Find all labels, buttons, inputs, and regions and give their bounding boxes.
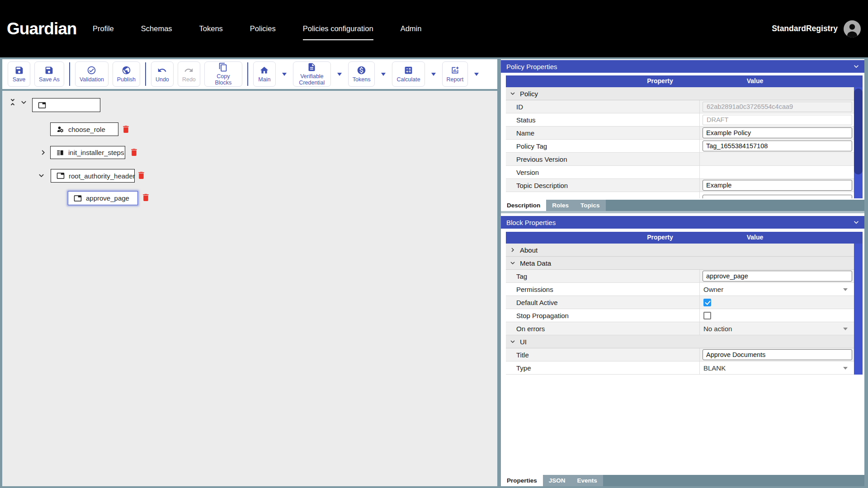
nav-item-profile[interactable]: Profile	[93, 24, 114, 33]
delete-block-button[interactable]	[129, 147, 139, 158]
nav-menu: Profile Schemas Tokens Policies Policies…	[93, 0, 421, 57]
calculate-button[interactable]: Calculate	[392, 61, 425, 87]
policy-table-scrollbar[interactable]	[854, 87, 863, 198]
on-errors-select[interactable]: No action	[703, 325, 732, 333]
collapse-all-icon[interactable]	[8, 97, 18, 109]
container-icon	[74, 194, 82, 202]
toolbar-divider	[145, 62, 146, 86]
publish-button[interactable]: Publish	[113, 61, 140, 87]
tab-events[interactable]: Events	[571, 475, 603, 486]
nav-item-schemas[interactable]: Schemas	[141, 24, 172, 33]
home-icon	[259, 66, 269, 75]
expand-chevron-down-icon[interactable]	[37, 171, 46, 182]
default-active-checkbox[interactable]	[703, 299, 711, 306]
redo-button[interactable]: Redo	[178, 61, 200, 87]
guardian-logo: Guardian	[7, 0, 76, 57]
add-chart-icon	[450, 66, 460, 75]
tag-input[interactable]	[703, 271, 852, 282]
chevron-down-icon	[282, 73, 287, 76]
permissions-select[interactable]: Owner	[703, 286, 723, 293]
validation-button[interactable]: Validation	[75, 61, 108, 87]
undo-icon	[157, 66, 167, 75]
name-input[interactable]	[703, 127, 852, 138]
copy-blocks-button[interactable]: Copy Blocks	[204, 61, 242, 87]
save-button[interactable]: Save	[8, 61, 30, 87]
chevron-right-icon	[509, 246, 517, 254]
user-area: StandardRegistry	[772, 0, 861, 57]
policy-properties-table: Property Value Policy ID 62ab2891a0c3726…	[506, 75, 863, 198]
tab-json[interactable]: JSON	[543, 475, 571, 486]
policy-properties-header: Policy Properties	[501, 60, 864, 73]
expand-chevron-right-icon[interactable]	[38, 148, 48, 159]
column-property: Property	[647, 234, 673, 241]
tree-node-approve-page[interactable]: approve_page	[68, 191, 138, 205]
group-row-about[interactable]: About	[506, 244, 854, 257]
tokens-button[interactable]: Tokens	[348, 61, 375, 87]
toolbar-divider	[247, 62, 248, 86]
tab-description[interactable]: Description	[501, 200, 546, 211]
tab-properties[interactable]: Properties	[501, 475, 543, 486]
properties-panel: Policy Properties Property Value Policy …	[501, 59, 864, 486]
main-blocks-button[interactable]: Main	[253, 61, 276, 87]
verifiable-credential-button[interactable]: Verifiable Credential	[293, 61, 331, 87]
scrollbar-thumb[interactable]	[854, 89, 863, 174]
property-row-default-active: Default Active	[506, 296, 854, 309]
nav-item-admin[interactable]: Admin	[401, 24, 422, 33]
group-row-meta-data[interactable]: Meta Data	[506, 257, 854, 270]
delete-block-button[interactable]	[137, 170, 146, 181]
property-row-title: Title	[506, 348, 854, 361]
workspace-frame: Save Save As Validation Publish Undo	[0, 57, 868, 488]
title-input[interactable]	[703, 349, 852, 360]
user-avatar-icon[interactable]	[843, 20, 861, 38]
tab-topics[interactable]: Topics	[575, 200, 606, 211]
nav-item-policies-configuration[interactable]: Policies configuration	[303, 24, 373, 33]
verifiable-credential-dropdown-arrow[interactable]	[335, 61, 344, 87]
container-icon	[38, 101, 46, 109]
root-block[interactable]	[32, 98, 100, 112]
column-value: Value	[747, 234, 764, 241]
undo-button[interactable]: Undo	[151, 61, 174, 87]
report-button[interactable]: Report	[442, 61, 468, 87]
dropdown-arrow-icon[interactable]	[843, 288, 848, 291]
steps-icon	[56, 149, 64, 157]
tokens-dropdown-arrow[interactable]	[379, 61, 388, 87]
property-row-tag: Tag	[506, 270, 854, 283]
property-row-partial	[506, 192, 854, 198]
type-select[interactable]: BLANK	[703, 364, 726, 372]
dropdown-arrow-icon[interactable]	[843, 328, 848, 330]
chevron-down-icon	[337, 73, 342, 76]
tree-node-init-installer-steps[interactable]: init_installer_steps	[50, 146, 125, 159]
table-header: Property Value	[506, 75, 863, 87]
delete-block-button[interactable]	[121, 124, 131, 135]
nav-item-tokens[interactable]: Tokens	[199, 24, 223, 33]
calculate-dropdown-arrow[interactable]	[429, 61, 438, 87]
save-as-button[interactable]: Save As	[34, 61, 64, 87]
tree-node-root-authority-header[interactable]: root_authority_header	[51, 169, 135, 183]
group-row-ui[interactable]: UI	[506, 335, 854, 348]
block-table-scrollbar[interactable]	[854, 244, 863, 375]
tree-node-choose-role[interactable]: choose_role	[50, 122, 118, 136]
policy-editor-area: Save Save As Validation Publish Undo	[2, 59, 497, 486]
column-property: Property	[647, 77, 673, 84]
delete-block-button[interactable]	[141, 192, 151, 203]
block-properties-header: Block Properties	[501, 216, 864, 229]
copy-icon	[218, 62, 228, 72]
block-bottom-tabs: Properties JSON Events	[501, 475, 864, 486]
report-dropdown-arrow[interactable]	[472, 61, 481, 87]
dropdown-arrow-icon[interactable]	[843, 367, 848, 370]
block-label: root_authority_header	[69, 172, 135, 180]
save-icon	[14, 66, 24, 75]
column-value: Value	[747, 77, 764, 84]
topic-description-input[interactable]	[703, 180, 852, 191]
root-collapse-chevron-icon[interactable]	[19, 98, 28, 109]
policy-tag-input[interactable]	[703, 141, 852, 151]
stop-propagation-checkbox[interactable]	[703, 312, 711, 319]
tab-roles[interactable]: Roles	[546, 200, 575, 211]
group-row-policy[interactable]: Policy	[506, 87, 854, 100]
redo-icon	[184, 66, 193, 75]
nav-item-policies[interactable]: Policies	[250, 24, 276, 33]
collapse-chevron-icon[interactable]	[852, 218, 861, 228]
text-input[interactable]	[703, 195, 852, 198]
collapse-chevron-icon[interactable]	[852, 62, 861, 72]
main-dropdown-arrow[interactable]	[280, 61, 289, 87]
